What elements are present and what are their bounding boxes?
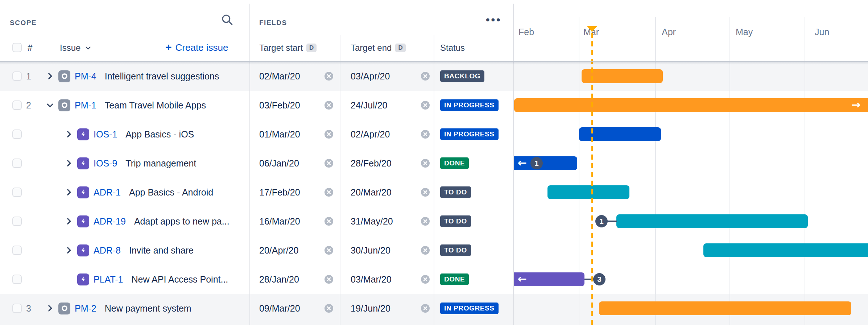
target-start-value[interactable]: 01/Mar/20 (259, 120, 300, 149)
issue-key-link[interactable]: ADR-19 (94, 216, 126, 227)
chevron-right-icon[interactable] (64, 187, 74, 197)
target-end-value[interactable]: 31/May/20 (351, 207, 393, 236)
row-checkbox[interactable] (12, 71, 22, 81)
clear-date-icon[interactable] (324, 217, 334, 226)
target-start-value[interactable]: 16/Mar/20 (259, 207, 300, 236)
chevron-right-icon[interactable] (45, 71, 55, 81)
row-checkbox[interactable] (12, 304, 22, 313)
status-column-header[interactable]: Status (440, 43, 465, 53)
target-start-value[interactable]: 17/Feb/20 (259, 178, 300, 207)
status-badge[interactable]: TO DO (440, 244, 471, 256)
row-checkbox[interactable] (12, 246, 22, 255)
clear-date-icon[interactable] (324, 100, 334, 110)
status-badge[interactable]: BACKLOG (440, 70, 484, 82)
target-end-value[interactable]: 03/Apr/20 (351, 62, 390, 91)
clear-date-icon[interactable] (421, 159, 430, 168)
gantt-bar-adr-19[interactable] (616, 214, 808, 228)
clear-date-icon[interactable] (421, 71, 430, 81)
gantt-bar-adr-1[interactable] (547, 185, 629, 199)
target-end-value[interactable]: 24/Jul/20 (351, 91, 387, 120)
status-badge[interactable]: TO DO (440, 186, 471, 198)
more-options-icon[interactable]: ••• (486, 14, 502, 26)
select-all-checkbox[interactable] (12, 43, 22, 52)
dependency-badge[interactable]: 1 (595, 215, 608, 227)
chevron-down-icon[interactable] (45, 100, 55, 110)
epic-icon (77, 128, 89, 140)
issue-key-link[interactable]: IOS-9 (94, 158, 117, 169)
clear-date-icon[interactable] (324, 304, 334, 313)
gantt-bar-pm-4[interactable] (582, 69, 663, 83)
row-checkbox[interactable] (12, 129, 22, 139)
chevron-right-icon[interactable] (64, 129, 74, 139)
clear-date-icon[interactable] (421, 129, 430, 139)
issue-key-link[interactable]: PM-4 (75, 71, 96, 82)
scope-fields-divider[interactable] (249, 4, 250, 325)
target-start-value[interactable]: 28/Jan/20 (259, 265, 299, 294)
target-end-value[interactable]: 02/Apr/20 (351, 120, 390, 149)
dependency-badge[interactable]: 3 (593, 273, 605, 285)
target-start-column-header[interactable]: Target start D (259, 43, 317, 53)
gantt-bar-adr-8[interactable] (703, 243, 868, 257)
issue-summary: Invite and share (129, 245, 194, 256)
clear-date-icon[interactable] (421, 304, 430, 313)
row-checkbox[interactable] (12, 159, 22, 168)
issue-key-link[interactable]: PM-1 (75, 100, 96, 111)
target-start-value[interactable]: 03/Feb/20 (259, 91, 300, 120)
issue-summary: New payment system (105, 303, 191, 314)
target-end-value[interactable]: 30/Jun/20 (351, 236, 390, 265)
month-label-may: May (736, 27, 753, 37)
clear-date-icon[interactable] (324, 129, 334, 139)
target-end-column-header[interactable]: Target end D (351, 43, 406, 53)
clear-date-icon[interactable] (421, 188, 430, 197)
epic-icon (77, 186, 89, 198)
create-issue-button[interactable]: + Create issue (165, 42, 228, 53)
clear-date-icon[interactable] (421, 275, 430, 284)
status-badge[interactable]: IN PROGRESS (440, 99, 499, 111)
status-badge[interactable]: DONE (440, 157, 469, 169)
target-start-value[interactable]: 20/Apr/20 (259, 236, 298, 265)
clear-date-icon[interactable] (421, 100, 430, 110)
date-field-badge: D (395, 44, 405, 52)
status-badge[interactable]: DONE (440, 273, 469, 285)
issue-key-link[interactable]: PM-2 (75, 303, 96, 314)
status-badge[interactable]: IN PROGRESS (440, 128, 499, 140)
target-end-value[interactable]: 28/Feb/20 (351, 149, 392, 178)
chevron-right-icon[interactable] (64, 245, 74, 255)
clear-date-icon[interactable] (324, 159, 334, 168)
status-badge[interactable]: TO DO (440, 215, 471, 227)
status-badge[interactable]: IN PROGRESS (440, 303, 499, 314)
target-end-value[interactable]: 20/Mar/20 (351, 178, 392, 207)
target-end-value[interactable]: 19/Jun/20 (351, 294, 390, 323)
today-marker-triangle[interactable] (587, 26, 597, 32)
issue-key-link[interactable]: ADR-1 (94, 187, 121, 198)
target-start-value[interactable]: 09/Mar/20 (259, 294, 300, 323)
issue-key-link[interactable]: ADR-8 (94, 245, 121, 256)
target-start-value[interactable]: 06/Jan/20 (259, 149, 299, 178)
issue-key-link[interactable]: IOS-1 (94, 129, 117, 140)
clear-date-icon[interactable] (324, 275, 334, 284)
clear-date-icon[interactable] (324, 246, 334, 255)
issue-summary: Trip management (125, 158, 196, 169)
row-checkbox[interactable] (12, 217, 22, 226)
clear-date-icon[interactable] (324, 71, 334, 81)
row-checkbox[interactable] (12, 100, 22, 110)
row-checkbox[interactable] (12, 188, 22, 197)
gantt-bar-pm-1[interactable] (514, 98, 868, 112)
chevron-right-icon[interactable] (64, 158, 74, 168)
clear-date-icon[interactable] (324, 188, 334, 197)
search-icon[interactable] (220, 13, 234, 28)
chevron-right-icon[interactable] (45, 303, 55, 313)
scope-section-title: SCOPE (10, 19, 37, 27)
issue-key-link[interactable]: PLAT-1 (94, 274, 123, 285)
issue-column-header[interactable]: Issue (60, 43, 92, 53)
row-checkbox[interactable] (12, 275, 22, 284)
chevron-right-icon[interactable] (64, 216, 74, 226)
gantt-bar-pm-2[interactable] (599, 301, 851, 315)
target-start-value[interactable]: 02/Mar/20 (259, 62, 300, 91)
clear-date-icon[interactable] (421, 246, 430, 255)
epic-icon (77, 244, 89, 256)
target-end-value[interactable]: 03/Mar/20 (351, 265, 392, 294)
clear-date-icon[interactable] (421, 217, 430, 226)
dependency-badge[interactable]: 1 (530, 157, 543, 169)
issue-summary: Intelligent travel suggestions (105, 71, 219, 82)
